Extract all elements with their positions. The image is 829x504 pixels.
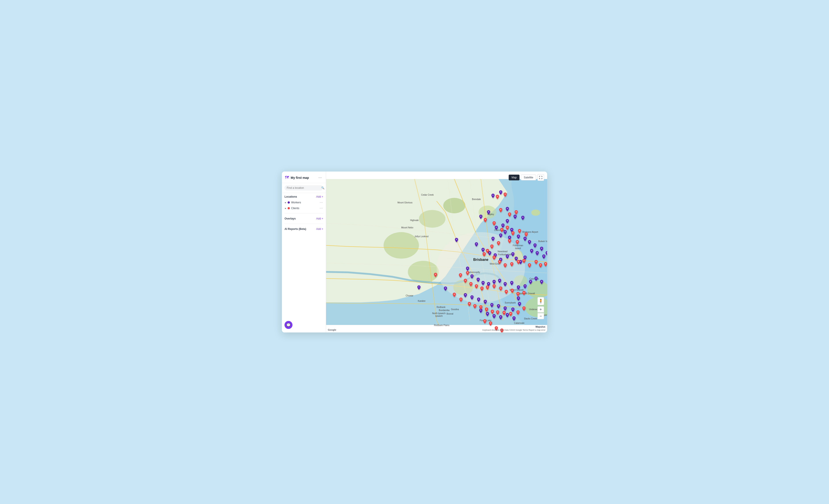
map-marker[interactable] xyxy=(470,274,473,280)
map-marker[interactable] xyxy=(485,308,488,313)
map-marker[interactable] xyxy=(508,239,511,244)
map-marker[interactable] xyxy=(511,252,514,257)
map-marker[interactable] xyxy=(535,260,538,265)
map-marker[interactable] xyxy=(493,284,496,290)
map-marker[interactable] xyxy=(479,215,482,220)
map-marker[interactable] xyxy=(491,310,494,315)
map-marker[interactable] xyxy=(510,281,513,286)
map-marker[interactable] xyxy=(506,313,509,318)
map-marker[interactable] xyxy=(484,300,487,305)
map-marker[interactable] xyxy=(492,237,495,242)
search-input[interactable] xyxy=(287,186,320,189)
map-marker[interactable] xyxy=(498,260,501,265)
map-marker[interactable] xyxy=(542,254,545,260)
map-marker[interactable] xyxy=(499,233,502,239)
map-marker[interactable] xyxy=(499,315,502,321)
map-marker[interactable] xyxy=(500,228,503,233)
map-marker[interactable] xyxy=(418,285,421,291)
map-marker[interactable] xyxy=(475,242,478,248)
map-type-map-button[interactable]: Map xyxy=(509,175,519,180)
map-marker[interactable] xyxy=(487,210,490,216)
map-marker[interactable] xyxy=(468,302,471,307)
map-marker[interactable] xyxy=(480,286,483,292)
map-marker[interactable] xyxy=(544,262,547,267)
map-marker[interactable] xyxy=(511,231,514,237)
map-marker[interactable] xyxy=(489,321,492,327)
map-marker[interactable] xyxy=(506,226,509,231)
map-marker[interactable] xyxy=(510,262,513,267)
street-view-button[interactable]: 🧍 xyxy=(537,297,544,305)
map-marker[interactable] xyxy=(493,221,496,226)
map-marker[interactable] xyxy=(453,293,456,298)
map-marker[interactable] xyxy=(508,212,511,218)
map-marker[interactable] xyxy=(455,238,458,243)
map-marker[interactable] xyxy=(506,207,509,212)
map-marker[interactable] xyxy=(529,280,532,285)
map-marker[interactable] xyxy=(512,316,515,322)
map-marker[interactable] xyxy=(504,263,507,268)
map-marker[interactable] xyxy=(444,286,447,292)
map-marker[interactable] xyxy=(518,229,521,234)
map-marker[interactable] xyxy=(536,251,539,256)
map-marker[interactable] xyxy=(528,263,531,268)
map-marker[interactable] xyxy=(459,273,462,279)
map-marker[interactable] xyxy=(518,302,521,307)
map-marker[interactable] xyxy=(497,241,500,247)
map-marker[interactable] xyxy=(522,307,526,312)
map-marker[interactable] xyxy=(479,305,482,311)
map-marker[interactable] xyxy=(475,284,478,290)
map-marker[interactable] xyxy=(486,285,489,291)
map-marker[interactable] xyxy=(525,232,528,238)
map-marker[interactable] xyxy=(515,210,518,216)
map-marker[interactable] xyxy=(517,260,520,265)
map-marker[interactable] xyxy=(522,259,526,264)
map-marker[interactable] xyxy=(477,297,480,303)
map-marker[interactable] xyxy=(516,240,519,245)
map-marker[interactable] xyxy=(511,289,514,294)
chat-button[interactable]: 💬 xyxy=(285,321,292,329)
map-marker[interactable] xyxy=(528,240,531,245)
map-marker[interactable] xyxy=(469,282,472,287)
map-marker[interactable] xyxy=(496,310,499,316)
sidebar-more-button[interactable]: ⋯ xyxy=(318,175,323,180)
map-marker[interactable] xyxy=(506,219,509,224)
map-marker[interactable] xyxy=(535,277,538,282)
map-marker[interactable] xyxy=(546,251,547,256)
map-marker[interactable] xyxy=(534,243,537,249)
map-marker[interactable] xyxy=(516,310,519,316)
map-marker[interactable] xyxy=(504,192,507,198)
map-marker[interactable] xyxy=(499,208,502,213)
map-marker[interactable] xyxy=(497,304,500,310)
map-marker[interactable] xyxy=(459,297,463,303)
workers-more-button[interactable]: ⋯ xyxy=(320,201,323,204)
locations-add-button[interactable]: Add + xyxy=(316,195,323,198)
map-marker[interactable] xyxy=(492,194,495,199)
map-marker[interactable] xyxy=(493,256,496,261)
map-marker[interactable] xyxy=(498,279,501,284)
map-marker[interactable] xyxy=(539,263,542,268)
map-marker[interactable] xyxy=(490,245,494,250)
map-marker[interactable] xyxy=(464,293,467,298)
map-marker[interactable] xyxy=(503,311,506,316)
map-marker[interactable] xyxy=(524,284,527,290)
map-marker[interactable] xyxy=(504,282,507,287)
map-marker[interactable] xyxy=(470,295,473,301)
map-marker[interactable] xyxy=(464,279,467,284)
zoom-out-button[interactable]: − xyxy=(537,313,544,319)
map-marker[interactable] xyxy=(505,290,508,295)
workers-item[interactable]: ▶ Workers ⋯ xyxy=(285,200,323,205)
map-marker[interactable] xyxy=(499,286,502,292)
map-marker[interactable] xyxy=(506,254,509,260)
overlays-add-button[interactable]: Add + xyxy=(316,217,323,220)
map-marker[interactable] xyxy=(481,281,484,286)
map-marker[interactable] xyxy=(517,285,520,291)
map-marker[interactable] xyxy=(473,304,476,310)
map-type-satellite-button[interactable]: Satellite xyxy=(521,175,536,180)
map-marker[interactable] xyxy=(517,235,520,240)
map-marker[interactable] xyxy=(540,247,543,252)
fullscreen-button[interactable] xyxy=(537,174,544,181)
map-marker[interactable] xyxy=(521,216,525,221)
map-marker[interactable] xyxy=(499,190,502,195)
map-marker[interactable] xyxy=(486,249,489,254)
map-marker[interactable] xyxy=(496,195,499,200)
